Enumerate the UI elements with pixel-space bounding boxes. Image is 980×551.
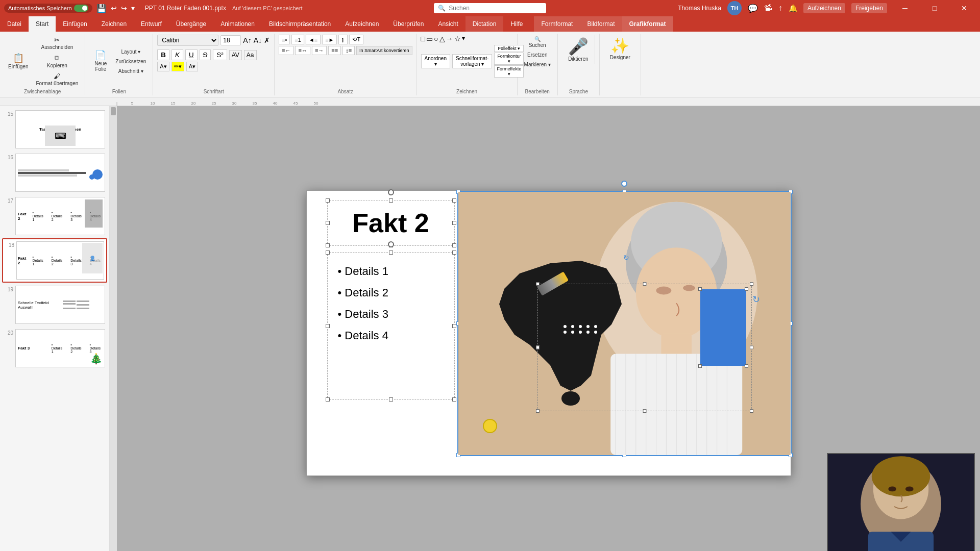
font-color-btn[interactable]: A▾ [157, 62, 169, 71]
numbered-list-btn[interactable]: ≡1 [291, 35, 304, 44]
align-left-btn[interactable]: ≡← [279, 46, 293, 55]
tab-animationen[interactable]: Animationen [213, 16, 262, 32]
quick-access-icon[interactable]: ▾ [131, 4, 135, 12]
b-handle-tc[interactable] [389, 251, 393, 255]
case-btn[interactable]: Aa [244, 50, 257, 60]
chat-icon[interactable]: 💬 [748, 4, 758, 13]
minimize-button[interactable]: ─ [893, 0, 917, 16]
shape-rounded-rect[interactable]: ▭ [426, 35, 433, 43]
font-size-input[interactable] [220, 35, 241, 45]
handle-mr[interactable] [452, 221, 456, 225]
cut-button[interactable]: ✂ Ausschneiden [33, 35, 81, 52]
shape-star[interactable]: ☆ [454, 35, 461, 43]
blue-handle-bl[interactable] [698, 364, 702, 368]
find-button[interactable]: 🔍 Suchen [526, 35, 549, 49]
new-slide-button[interactable]: 📄 NeueFolie [89, 47, 112, 75]
quick-styles-btn[interactable]: Schnellformat-vorlagen ▾ [452, 54, 492, 68]
main-rotate-handle[interactable] [621, 181, 627, 187]
tab-ansicht[interactable]: Ansicht [431, 16, 465, 32]
title-rotate-handle[interactable] [388, 189, 394, 195]
b-handle-bc[interactable] [389, 397, 393, 402]
increase-font-btn[interactable]: A↑ [243, 36, 251, 44]
shadow-button[interactable]: S² [213, 49, 227, 60]
autosave-switch[interactable] [74, 5, 88, 12]
ig-handle-tr[interactable] [750, 282, 753, 286]
save-icon[interactable]: 💾 [96, 4, 107, 13]
ig-handle-mr[interactable] [750, 346, 753, 349]
aufzeichnen-btn[interactable]: Aufzeichnen [803, 3, 845, 13]
autosave-toggle[interactable]: Automatisches Speichern [4, 4, 92, 13]
handle-tl[interactable] [326, 198, 330, 203]
tab-uebergaenge[interactable]: Übergänge [169, 16, 213, 32]
copy-button[interactable]: ⧉ Kopieren [33, 53, 81, 70]
font-name-select[interactable]: Calibri [157, 35, 218, 46]
select-button[interactable]: Markieren ▾ [522, 60, 553, 69]
handle-ml[interactable] [326, 221, 330, 225]
ig-handle-ml[interactable] [536, 346, 540, 349]
bullets-rotate-handle[interactable] [388, 241, 394, 247]
designer-label[interactable]: Designer [610, 55, 630, 60]
format-painter-button[interactable]: 🖌 Format übertragen [33, 71, 81, 88]
strikethrough-button[interactable]: S [200, 49, 211, 60]
tab-aufzeichnen[interactable]: Aufzeichnen [338, 16, 386, 32]
tab-dictation[interactable]: Dictation [465, 16, 504, 32]
tab-start[interactable]: Start [29, 16, 56, 32]
bullets-textbox[interactable]: • Details 1 • Details 2 • Details 3 • De… [327, 252, 455, 400]
spacing-btn[interactable]: AV [229, 50, 242, 60]
blue-handle-tl[interactable] [698, 287, 702, 291]
canvas-area[interactable]: Fakt 2 • Details 1 • Details 2 [117, 106, 980, 551]
share-icon[interactable]: ↑ [778, 4, 782, 13]
freigeben-btn[interactable]: Freigeben [851, 3, 887, 13]
shape-triangle[interactable]: △ [439, 35, 445, 43]
redo-icon[interactable]: ↪ [121, 4, 127, 12]
decrease-font-btn[interactable]: A↓ [254, 36, 262, 44]
bullet-list-btn[interactable]: ≡• [279, 35, 290, 44]
slide-thumb-15[interactable]: 15 Tastenkombinationen ⌨ [2, 108, 107, 151]
title-textbox[interactable]: Fakt 2 [327, 200, 455, 246]
layout-button[interactable]: Layout ▾ [113, 47, 149, 56]
columns-btn[interactable]: ⫿ [338, 35, 348, 44]
search-input[interactable] [449, 5, 542, 12]
align-center-btn[interactable]: ≡↔ [295, 46, 310, 55]
smartart-btn[interactable]: In SmartArt konvertieren [356, 46, 412, 55]
slide-thumb-20[interactable]: 20 Fakt 3 • Details 1 • Details 2 • Deta… [2, 327, 107, 369]
inner-group-box[interactable] [537, 284, 752, 411]
slide-thumb-17[interactable]: 17 Fakt 2 • Details 1 • Details 2 • Deta… [2, 195, 107, 237]
blue-handle-tr[interactable] [745, 287, 748, 291]
tab-datei[interactable]: Datei [0, 16, 29, 32]
bold-button[interactable]: B [157, 49, 169, 60]
tab-bildschirmpraesenation[interactable]: Bildschirmpräsentation [262, 16, 338, 32]
clear-format-btn[interactable]: ✗ [264, 36, 270, 44]
b-handle-ml[interactable] [326, 324, 330, 328]
dictate-label[interactable]: Diktieren [568, 56, 588, 62]
undo-icon[interactable]: ↩ [111, 4, 117, 12]
b-handle-bl[interactable] [326, 397, 330, 402]
increase-indent-btn[interactable]: ≡► [322, 35, 337, 44]
comments-icon[interactable]: 🔔 [789, 4, 797, 12]
tab-ueberpruefen[interactable]: Überprüfen [386, 16, 431, 32]
shape-arrow[interactable]: → [446, 35, 453, 43]
close-button[interactable]: ✕ [952, 0, 976, 16]
present-icon[interactable]: 📽 [764, 4, 772, 13]
search-box[interactable]: 🔍 [434, 3, 546, 13]
tab-zeichnen[interactable]: Zeichnen [94, 16, 134, 32]
tab-bildformat[interactable]: Bildformat [580, 16, 622, 32]
tab-entwurf[interactable]: Entwurf [134, 16, 169, 32]
outer-rotate-handle-icon[interactable]: ↻ [623, 254, 629, 262]
maximize-button[interactable]: □ [923, 0, 946, 16]
main-group-selection[interactable]: ↻ [457, 191, 792, 456]
rotate-icon[interactable]: ↻ [752, 294, 760, 305]
handle-tr[interactable] [452, 198, 456, 203]
highlight-btn[interactable]: ✏▾ [172, 62, 184, 71]
b-handle-tr[interactable] [452, 251, 456, 255]
blue-handle-br[interactable] [745, 364, 748, 368]
b-handle-br[interactable] [452, 397, 456, 402]
arrange-btn[interactable]: Anordnen ▾ [421, 54, 450, 68]
ig-handle-br[interactable] [750, 409, 753, 413]
ig-handle-tc[interactable] [643, 282, 646, 286]
ig-handle-bc[interactable] [643, 409, 646, 413]
align-right-btn[interactable]: ≡→ [312, 46, 327, 55]
tab-grafikformat[interactable]: Grafikformat [622, 16, 673, 32]
text-direction-btn[interactable]: ⟲T [349, 35, 363, 44]
tab-formformat[interactable]: Formformat [534, 16, 580, 32]
